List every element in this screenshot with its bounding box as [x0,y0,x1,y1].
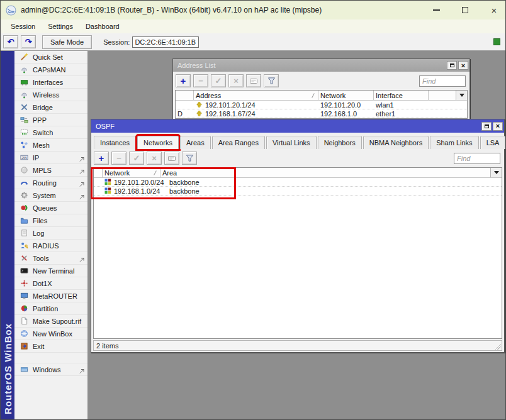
tab-virtual-links[interactable]: Virtual Links [266,136,317,149]
disable-button[interactable]: × [147,152,162,165]
flag-column-header[interactable] [94,168,103,177]
sidebar-item-log[interactable]: Log [14,227,87,240]
resize-grip[interactable] [495,343,501,350]
sidebar-item-label: Wireless [33,91,87,99]
undo-button[interactable]: ↶ [3,35,18,48]
sidebar-item-new-terminal[interactable]: New Terminal [14,265,87,277]
sidebar-item-system[interactable]: System [14,189,87,202]
ospf-toolbar: + − ✓ × [91,149,504,167]
sidebar-item-label: MPLS [33,167,78,174]
area-column-header[interactable]: Area [160,168,236,177]
comment-icon [167,155,176,162]
ospf-table-header: Network Area [94,168,502,178]
tab-nbma-neighbors[interactable]: NBMA Neighbors [363,136,429,149]
sidebar-item-bridge[interactable]: Bridge [14,101,87,114]
check-icon: ✓ [133,153,140,163]
dot1x-icon [20,279,29,288]
ip-icon: 255 [20,153,29,162]
ospf-maximize-icon[interactable] [481,122,492,131]
sidebar-item-ppp[interactable]: PPP [14,114,87,126]
tab-sham-links[interactable]: Sham Links [430,136,478,149]
sidebar-item-mpls[interactable]: MPLS [14,164,87,177]
sidebar-item-switch[interactable]: Switch [14,126,87,139]
sidebar-item-new-winbox[interactable]: New WinBox [14,328,87,340]
sidebar-item-files[interactable]: Files [14,214,87,227]
sidebar-item-interfaces[interactable]: Interfaces [14,76,87,89]
submenu-arrow-icon [78,192,86,199]
table-row[interactable]: 192.168.1.0/24 backbone [94,187,502,196]
address-list-maximize-icon[interactable] [447,61,457,70]
radius-icon [20,241,29,250]
maximize-icon[interactable] [460,5,470,15]
enable-button[interactable]: ✓ [211,74,226,87]
sidebar-item-label: Exit [33,343,87,350]
ospf-find-input[interactable] [454,153,500,164]
ospf-titlebar[interactable]: OSPF × [91,119,504,133]
metarouter-icon [20,292,29,301]
table-row[interactable]: 192.101.20.0/24 backbone [94,178,502,187]
sidebar-item-radius[interactable]: RADIUS [14,240,87,252]
tab-instances[interactable]: Instances [94,136,136,149]
address-column-header[interactable]: Address [194,91,318,100]
filter-button[interactable] [264,74,279,87]
interfaces-icon [20,78,29,87]
menu-dashboard[interactable]: Dashboard [79,21,126,32]
address-list-titlebar[interactable]: Address List × [173,59,469,72]
add-button[interactable]: + [176,74,191,87]
disable-button[interactable]: × [228,74,244,87]
sidebar-item-dot1x[interactable]: Dot1X [14,277,87,290]
minimize-icon[interactable] [431,5,441,15]
column-menu-button[interactable] [456,91,467,100]
queues-icon [20,204,29,213]
submenu-arrow-icon [78,179,86,187]
add-button[interactable]: + [94,152,109,165]
column-menu-button[interactable] [490,168,502,177]
enable-button[interactable]: ✓ [129,152,144,165]
sidebar-item-mesh[interactable]: Mesh [14,139,87,152]
filter-button[interactable] [182,152,197,165]
ospf-close-icon[interactable]: × [493,122,503,131]
session-input[interactable] [132,36,199,48]
brand-bar: RouterOS WinBox [1,51,14,420]
address-list-toolbar: + − ✓ × [173,72,469,90]
comment-button[interactable] [164,152,179,165]
network-column-header[interactable]: Network [103,168,160,177]
sidebar-item-windows[interactable]: Windows [14,363,87,376]
sidebar-item-wireless[interactable]: Wireless [14,89,87,101]
safe-mode-button[interactable]: Safe Mode [42,35,92,49]
sidebar-item-quick-set[interactable]: Quick Set [14,51,87,64]
sidebar-item-routing[interactable]: Routing [14,177,87,189]
remove-button[interactable]: − [193,74,208,87]
flag-column-header[interactable] [176,91,194,100]
address-list-close-icon[interactable]: × [458,61,468,70]
sidebar-item-tools[interactable]: Tools [14,252,87,265]
tab-areas[interactable]: Areas [180,136,211,149]
menu-settings[interactable]: Settings [42,21,79,32]
table-row[interactable]: 192.101.20.1/24 192.101.20.0 wlan1 [176,101,467,109]
sidebar-item-partition[interactable]: Partition [14,302,87,315]
network-column-header[interactable]: Network [318,91,374,100]
remove-button[interactable]: − [111,152,126,165]
sidebar-item-queues[interactable]: Queues [14,202,87,214]
sidebar-item-exit[interactable]: Exit [14,340,87,353]
sidebar-item-make-supout[interactable]: Make Supout.rif [14,315,87,328]
tab-networks[interactable]: Networks [137,136,179,149]
menu-session[interactable]: Session [4,21,42,32]
sidebar-item-capsman[interactable]: CAPsMAN [14,64,87,76]
sidebar-item-label: Make Supout.rif [33,318,87,325]
redo-button[interactable]: ↷ [21,35,36,48]
address-list-find-input[interactable] [419,75,466,87]
tab-neighbors[interactable]: Neighbors [318,136,362,149]
close-icon[interactable]: × [489,5,499,15]
tab-area-ranges[interactable]: Area Ranges [212,136,265,149]
ospf-network-icon [104,179,111,185]
cross-icon: × [233,76,239,86]
interface-column-header[interactable]: Interface [374,91,429,100]
comment-button[interactable] [246,74,261,87]
log-icon [20,229,29,238]
address-list-window: Address List × + − ✓ × Address [172,58,470,119]
sidebar-item-metarouter[interactable]: MetaROUTER [14,290,87,302]
tab-lsa[interactable]: LSA [480,136,505,149]
table-row[interactable]: D 192.168.1.67/24 192.168.1.0 ether1 [176,109,467,118]
sidebar-item-ip[interactable]: 255 IP [14,152,87,164]
